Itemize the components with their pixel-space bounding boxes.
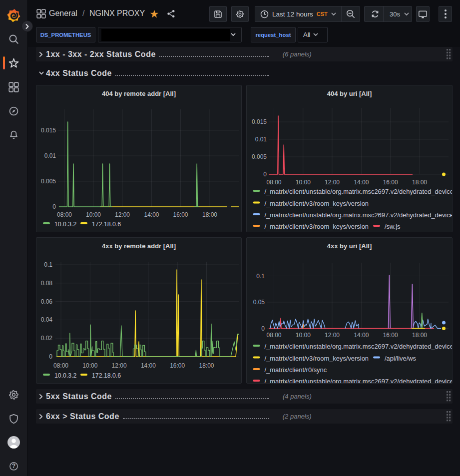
svg-text:10.0.3.2: 10.0.3.2 bbox=[54, 221, 77, 228]
svg-text:08:00: 08:00 bbox=[266, 332, 281, 339]
svg-text:0: 0 bbox=[52, 203, 56, 210]
svg-text:10:00: 10:00 bbox=[296, 179, 311, 186]
svg-text:08:00: 08:00 bbox=[57, 211, 72, 218]
svg-text:0.06: 0.06 bbox=[41, 298, 53, 305]
svg-text:0.04: 0.04 bbox=[41, 316, 53, 323]
svg-text:16:00: 16:00 bbox=[173, 211, 188, 218]
svg-text:10:00: 10:00 bbox=[86, 211, 101, 218]
svg-text:10.0.3.2: 10.0.3.2 bbox=[54, 372, 77, 379]
svg-text:/_matrix/client/unstable/org.m: /_matrix/client/unstable/org.matrix.msc2… bbox=[265, 378, 453, 383]
svg-text:12:00: 12:00 bbox=[112, 362, 127, 369]
svg-text:4xx by remote addr [All]: 4xx by remote addr [All] bbox=[102, 242, 176, 250]
svg-text:/_matrix/client/unstable/org.m: /_matrix/client/unstable/org.matrix.msc2… bbox=[265, 211, 453, 219]
svg-text:0.005: 0.005 bbox=[41, 178, 56, 185]
svg-text:0.015: 0.015 bbox=[41, 127, 56, 134]
svg-text:10:00: 10:00 bbox=[296, 332, 311, 339]
svg-text:/_matrix/client/v3/room_keys/v: /_matrix/client/v3/room_keys/version bbox=[265, 223, 369, 230]
svg-text:0.05: 0.05 bbox=[253, 299, 265, 306]
svg-text:/_matrix/client/v3/room_keys/v: /_matrix/client/v3/room_keys/version bbox=[265, 355, 369, 362]
svg-text:10:00: 10:00 bbox=[82, 362, 97, 369]
svg-text:18:00: 18:00 bbox=[412, 332, 427, 339]
svg-text:0.02: 0.02 bbox=[41, 335, 53, 342]
svg-text:0: 0 bbox=[49, 353, 52, 360]
svg-text:0: 0 bbox=[261, 325, 265, 332]
svg-text:404 by uri [All]: 404 by uri [All] bbox=[327, 90, 372, 97]
svg-text:0.1: 0.1 bbox=[44, 261, 52, 268]
svg-text:0.01: 0.01 bbox=[44, 152, 56, 159]
svg-text:0.005: 0.005 bbox=[252, 153, 267, 160]
svg-text:/sw.js: /sw.js bbox=[385, 223, 401, 230]
svg-text:/_matrix/client/unstable/org.m: /_matrix/client/unstable/org.matrix.msc2… bbox=[265, 188, 453, 195]
svg-text:12:00: 12:00 bbox=[325, 332, 340, 339]
svg-text:0: 0 bbox=[263, 171, 267, 178]
svg-text:172.18.0.6: 172.18.0.6 bbox=[92, 221, 121, 228]
svg-text:0.01: 0.01 bbox=[255, 136, 267, 143]
svg-text:12:00: 12:00 bbox=[115, 211, 130, 218]
svg-text:4xx by uri [All]: 4xx by uri [All] bbox=[327, 242, 372, 250]
svg-text:0.015: 0.015 bbox=[252, 118, 267, 125]
svg-text:0.08: 0.08 bbox=[41, 280, 53, 287]
svg-text:18:00: 18:00 bbox=[202, 211, 217, 218]
svg-text:172.18.0.6: 172.18.0.6 bbox=[92, 372, 121, 379]
svg-text:16:00: 16:00 bbox=[170, 362, 185, 369]
svg-text:/_matrix/client/r0/sync: /_matrix/client/r0/sync bbox=[265, 366, 327, 374]
svg-text:14:00: 14:00 bbox=[354, 332, 369, 339]
svg-text:14:00: 14:00 bbox=[354, 179, 369, 186]
svg-text:18:00: 18:00 bbox=[412, 179, 427, 186]
svg-text:18:00: 18:00 bbox=[199, 362, 214, 369]
svg-text:?: ? bbox=[12, 463, 15, 470]
svg-text:/_matrix/client/v3/room_keys/v: /_matrix/client/v3/room_keys/version bbox=[265, 200, 369, 207]
svg-text:08:00: 08:00 bbox=[266, 179, 281, 186]
svg-text:14:00: 14:00 bbox=[141, 362, 156, 369]
svg-text:404 by remote addr [All]: 404 by remote addr [All] bbox=[102, 90, 176, 97]
svg-text:16:00: 16:00 bbox=[383, 332, 398, 339]
svg-text:08:00: 08:00 bbox=[53, 362, 68, 369]
svg-text:14:00: 14:00 bbox=[144, 211, 159, 218]
svg-text:16:00: 16:00 bbox=[383, 179, 398, 186]
svg-text:/api/live/ws: /api/live/ws bbox=[385, 355, 416, 362]
svg-text:12:00: 12:00 bbox=[325, 179, 340, 186]
svg-text:0.1: 0.1 bbox=[256, 273, 265, 280]
svg-text:/_matrix/client/unstable/org.m: /_matrix/client/unstable/org.matrix.msc2… bbox=[265, 343, 453, 350]
